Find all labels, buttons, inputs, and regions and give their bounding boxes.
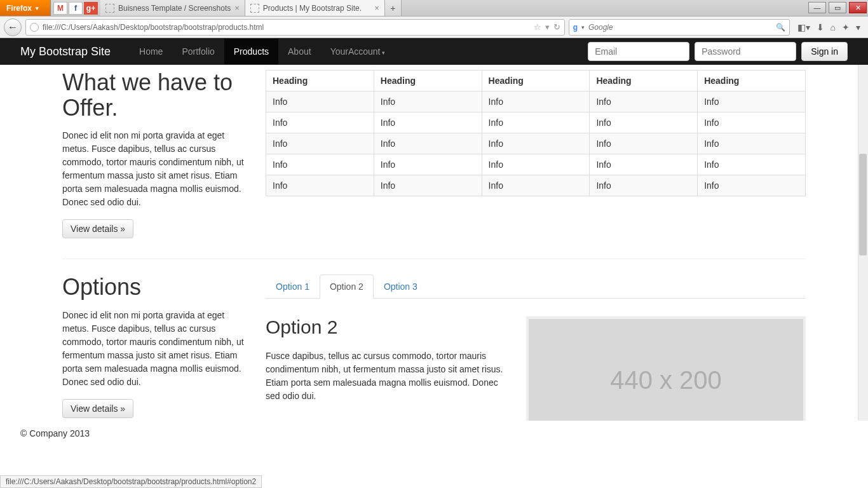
scrollbar-track[interactable]: [858, 65, 868, 421]
placeholder-image: 440 x 200: [526, 316, 806, 421]
maximize-button[interactable]: ▭: [829, 2, 846, 13]
email-input[interactable]: [588, 42, 689, 61]
table-cell: Info: [374, 133, 482, 154]
nav-home[interactable]: Home: [130, 39, 172, 64]
browser-tab-1[interactable]: Buisness Template / Screenshots ×: [100, 0, 245, 16]
options-heading: Options: [62, 274, 247, 300]
table-cell: Info: [698, 112, 806, 133]
nav-products[interactable]: Products: [224, 39, 278, 64]
browser-chrome: Firefox M f g+ Buisness Template / Scree…: [0, 0, 868, 38]
tab-favicon: [250, 4, 259, 13]
tab-option-2[interactable]: Option 2: [320, 274, 374, 299]
pinned-tab-gmail[interactable]: M: [53, 2, 67, 15]
tab-title: Buisness Template / Screenshots: [118, 4, 231, 13]
url-dropdown-icon[interactable]: ▾: [545, 22, 550, 32]
addon-icon[interactable]: ✦: [842, 22, 850, 32]
options-row: Options Donec id elit non mi porta gravi…: [62, 274, 806, 421]
table-cell: Info: [374, 92, 482, 112]
home-icon[interactable]: ⌂: [831, 22, 836, 32]
table-cell: Info: [590, 133, 698, 154]
browser-tab-bar: Firefox M f g+ Buisness Template / Scree…: [0, 0, 868, 17]
table-cell: Info: [482, 175, 590, 196]
nav-about[interactable]: About: [278, 39, 321, 64]
pinned-tab-gplus[interactable]: g+: [84, 2, 98, 15]
firefox-menu-button[interactable]: Firefox: [0, 0, 51, 16]
options-sidebar: Options Donec id elit non mi porta gravi…: [62, 274, 247, 421]
downloads-icon[interactable]: ⬇: [817, 22, 824, 32]
bookmarks-dropdown-icon[interactable]: ◧▾: [797, 22, 810, 32]
tab-option-3[interactable]: Option 3: [374, 274, 428, 299]
page-container: What we have to Offer. Donec id elit non…: [62, 65, 806, 421]
table-cell: Info: [590, 112, 698, 133]
search-icon[interactable]: 🔍: [776, 23, 785, 32]
login-form: Sign in: [588, 42, 848, 61]
divider: [62, 259, 806, 259]
password-input[interactable]: [695, 42, 796, 61]
nav-portfolio[interactable]: Portfolio: [172, 39, 224, 64]
options-tabs: Option 1Option 2Option 3: [266, 274, 806, 299]
offer-desc: Donec id elit non mi porta gravida at eg…: [62, 129, 247, 209]
table-row: InfoInfoInfoInfoInfo: [266, 112, 806, 133]
page-navbar: My Bootstrap Site Home Portfolio Product…: [0, 38, 868, 65]
offer-table-wrap: HeadingHeadingHeadingHeadingHeading Info…: [266, 70, 806, 238]
search-input[interactable]: [588, 23, 772, 32]
search-engine-dropdown-icon[interactable]: ▾: [581, 24, 585, 30]
table-cell: Info: [374, 175, 482, 196]
tab-close-icon[interactable]: ×: [234, 3, 240, 13]
offer-table: HeadingHeadingHeadingHeadingHeading Info…: [266, 70, 806, 196]
table-cell: Info: [698, 175, 806, 196]
reload-icon[interactable]: ↻: [553, 22, 560, 32]
table-header: Heading: [482, 71, 590, 92]
options-details-button[interactable]: View details »: [62, 399, 133, 418]
minimize-button[interactable]: —: [808, 2, 826, 13]
page-footer: © Company 2013: [0, 421, 868, 441]
browser-tab-2[interactable]: Products | My Bootstrap Site. ×: [245, 0, 385, 16]
table-cell: Info: [266, 175, 374, 196]
tab-close-icon[interactable]: ×: [374, 3, 379, 13]
chevron-down-icon: ▾: [382, 50, 385, 56]
table-cell: Info: [698, 154, 806, 175]
toolbar-dropdown-icon[interactable]: ▾: [856, 22, 860, 32]
pane-body: Fusce dapibus, tellus ac cursus commodo,…: [266, 349, 513, 403]
page-viewport: What we have to Offer. Donec id elit non…: [0, 65, 868, 421]
tab-title: Products | My Bootstrap Site.: [263, 4, 362, 13]
table-cell: Info: [590, 175, 698, 196]
table-cell: Info: [266, 92, 374, 112]
back-button[interactable]: ←: [4, 18, 22, 36]
tab-favicon: [105, 4, 114, 13]
table-cell: Info: [266, 154, 374, 175]
options-content: Option 1Option 2Option 3 Option 2 Fusce …: [266, 274, 806, 421]
search-box[interactable]: g ▾ 🔍: [569, 19, 790, 36]
options-desc: Donec id elit non mi porta gravida at eg…: [62, 309, 247, 389]
offer-sidebar: What we have to Offer. Donec id elit non…: [62, 70, 247, 238]
close-window-button[interactable]: ✕: [849, 2, 867, 13]
nav-account[interactable]: YourAccount▾: [321, 39, 395, 64]
table-cell: Info: [698, 133, 806, 154]
scrollbar-thumb[interactable]: [859, 154, 867, 255]
options-tab-pane: Option 2 Fusce dapibus, tellus ac cursus…: [266, 299, 806, 421]
table-row: InfoInfoInfoInfoInfo: [266, 154, 806, 175]
url-input[interactable]: file:///C:/Users/Aakash/Desktop/bootstra…: [25, 19, 565, 36]
offer-details-button[interactable]: View details »: [62, 219, 133, 238]
bookmark-icon[interactable]: ☆: [534, 22, 541, 32]
table-cell: Info: [482, 154, 590, 175]
table-header: Heading: [266, 71, 374, 92]
table-cell: Info: [266, 133, 374, 154]
table-cell: Info: [482, 112, 590, 133]
window-controls: — ▭ ✕: [807, 0, 868, 16]
table-header: Heading: [590, 71, 698, 92]
brand[interactable]: My Bootstrap Site: [20, 45, 111, 58]
pinned-tab-facebook[interactable]: f: [69, 2, 83, 15]
tab-option-1[interactable]: Option 1: [266, 274, 320, 299]
options-pane-text: Option 2 Fusce dapibus, tellus ac cursus…: [266, 316, 513, 421]
new-tab-button[interactable]: +: [385, 0, 402, 16]
table-cell: Info: [482, 92, 590, 112]
globe-icon: [30, 23, 39, 32]
signin-button[interactable]: Sign in: [801, 42, 848, 61]
pinned-tabs: M f g+: [51, 0, 100, 16]
table-cell: Info: [374, 154, 482, 175]
table-cell: Info: [590, 92, 698, 112]
table-row: InfoInfoInfoInfoInfo: [266, 175, 806, 196]
toolbar-icons: ◧▾ ⬇ ⌂ ✦ ▾: [794, 22, 864, 32]
table-cell: Info: [266, 112, 374, 133]
